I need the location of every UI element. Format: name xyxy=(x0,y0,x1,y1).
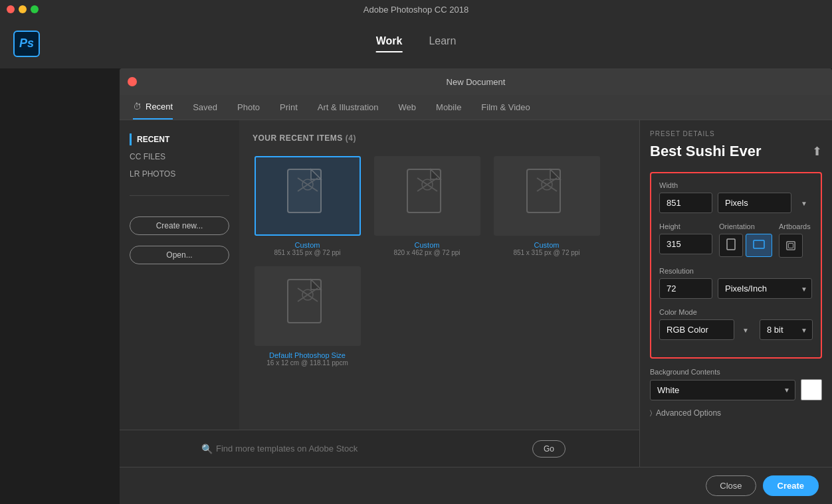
height-section: Height xyxy=(659,222,712,258)
top-nav: Ps Work Learn xyxy=(0,19,832,68)
ps-logo: Ps xyxy=(13,31,40,57)
minimize-traffic-light[interactable] xyxy=(19,5,27,13)
recent-count: (4) xyxy=(346,133,356,143)
bit-depth-select[interactable]: 8 bit 16 bit 32 bit xyxy=(760,319,813,340)
width-input[interactable] xyxy=(659,193,712,213)
artboards-section: Artboards xyxy=(779,222,811,258)
artboards-label: Artboards xyxy=(779,222,811,230)
artboard-toggle[interactable] xyxy=(779,234,803,258)
tab-mobile[interactable]: Mobile xyxy=(436,102,461,119)
sidebar-item-cc-files[interactable]: CC FILES xyxy=(130,151,229,163)
item-info-3: 851 x 315 px @ 72 ppi xyxy=(513,249,579,256)
color-mode-row: Bitmap Grayscale RGB Color CMYK Color La… xyxy=(659,319,813,340)
tab-saved[interactable]: Saved xyxy=(193,102,217,119)
modal-close-button[interactable] xyxy=(128,77,137,86)
recent-header: YOUR RECENT ITEMS (4) xyxy=(253,133,626,143)
orientation-section: Orientation xyxy=(719,222,772,258)
modal-main: RECENT CC FILES LR PHOTOS Create new... … xyxy=(120,120,832,467)
nav-tabs: Work Learn xyxy=(376,35,457,52)
resolution-label: Resolution xyxy=(659,267,813,275)
recent-area: YOUR RECENT ITEMS (4) xyxy=(239,120,639,430)
color-mode-select[interactable]: Bitmap Grayscale RGB Color CMYK Color La… xyxy=(659,319,734,340)
height-input[interactable] xyxy=(659,234,712,254)
app-title: Adobe Photoshop CC 2018 xyxy=(364,5,468,15)
create-new-button[interactable]: Create new... xyxy=(130,216,229,235)
sidebar-item-lr-photos[interactable]: LR PHOTOS xyxy=(130,168,229,180)
item-info-4: 16 x 12 cm @ 118.11 ppcm xyxy=(266,359,348,367)
advanced-options-label: Advanced Options xyxy=(656,408,721,418)
width-unit-select[interactable]: Pixels Inches Centimeters Millimeters xyxy=(718,193,791,213)
create-button[interactable]: Create xyxy=(763,475,819,496)
list-item[interactable]: Custom 851 x 315 px @ 72 ppi xyxy=(253,156,362,256)
preset-name-row: Best Sushi Ever ⬆ xyxy=(650,143,822,160)
bit-depth-wrap: 8 bit 16 bit 32 bit ▼ xyxy=(760,319,813,340)
color-mode-wrap: Bitmap Grayscale RGB Color CMYK Color La… xyxy=(659,319,754,340)
close-button[interactable]: Close xyxy=(706,475,756,496)
list-item[interactable]: Default Photoshop Size 16 x 12 cm @ 118.… xyxy=(253,266,362,367)
width-label: Width xyxy=(659,181,813,189)
bg-color-swatch[interactable] xyxy=(801,379,822,400)
modal-tabs: ⏱ Recent Saved Photo Print Art & Illustr… xyxy=(120,95,832,120)
item-thumb-2 xyxy=(374,156,480,236)
sidebar: RECENT CC FILES LR PHOTOS Create new... … xyxy=(120,120,239,430)
portrait-button[interactable] xyxy=(719,234,743,257)
close-traffic-light[interactable] xyxy=(7,5,15,13)
modal-footer: Close Create xyxy=(120,467,832,504)
left-panel: RECENT CC FILES LR PHOTOS Create new... … xyxy=(120,120,639,467)
search-input[interactable] xyxy=(193,438,526,459)
search-icon: 🔍 xyxy=(201,444,213,454)
color-mode-arrow: ▼ xyxy=(742,326,749,333)
tab-art-illustration[interactable]: Art & Illustration xyxy=(318,102,379,119)
search-input-wrap: 🔍 xyxy=(193,438,526,459)
resolution-unit-wrap: Pixels/Inch Pixels/Centimeter ▼ xyxy=(718,278,813,299)
bg-contents-label: Background Contents xyxy=(650,368,822,376)
tab-film-video[interactable]: Film & Video xyxy=(481,102,530,119)
maximize-traffic-light[interactable] xyxy=(31,5,39,13)
tab-photo[interactable]: Photo xyxy=(237,102,260,119)
item-thumb-3 xyxy=(494,156,600,236)
svg-rect-10 xyxy=(787,242,795,250)
clock-icon: ⏱ xyxy=(133,102,142,112)
tab-learn[interactable]: Learn xyxy=(429,35,456,52)
orientation-buttons xyxy=(719,234,772,257)
tab-work[interactable]: Work xyxy=(376,35,403,52)
tab-print[interactable]: Print xyxy=(280,102,298,119)
item-thumb-4 xyxy=(255,266,361,346)
go-button[interactable]: Go xyxy=(532,440,566,458)
modal-content: RECENT CC FILES LR PHOTOS Create new... … xyxy=(120,120,639,430)
modal-title: New Document xyxy=(447,77,506,87)
preset-section-label: PRESET DETAILS xyxy=(650,130,822,137)
color-mode-label: Color Mode xyxy=(659,308,813,316)
modal-header: New Document xyxy=(120,68,832,95)
landscape-button[interactable] xyxy=(746,234,772,257)
item-name-2: Custom xyxy=(415,241,440,249)
advanced-options[interactable]: 〉 Advanced Options xyxy=(650,408,822,418)
list-item[interactable]: Custom 820 x 462 px @ 72 ppi xyxy=(372,156,482,256)
sidebar-divider xyxy=(130,195,229,196)
sidebar-item-recent[interactable]: RECENT xyxy=(130,133,229,145)
preset-panel: PRESET DETAILS Best Sushi Ever ⬆ Width P… xyxy=(639,120,832,467)
width-row: Pixels Inches Centimeters Millimeters ▼ xyxy=(659,193,813,213)
search-bar: 🔍 Go xyxy=(120,430,639,467)
preset-name: Best Sushi Ever xyxy=(650,143,762,160)
title-bar: Adobe Photoshop CC 2018 xyxy=(0,0,832,19)
width-unit-wrap: Pixels Inches Centimeters Millimeters ▼ xyxy=(718,193,813,213)
resolution-row: Pixels/Inch Pixels/Centimeter ▼ xyxy=(659,278,813,299)
preset-details-bordered: Width Pixels Inches Centimeters Millimet… xyxy=(650,172,822,359)
item-info-2: 820 x 462 px @ 72 ppi xyxy=(393,249,460,256)
tab-web[interactable]: Web xyxy=(399,102,417,119)
bg-contents-row: White Black Background Color Transparent… xyxy=(650,379,822,400)
item-name-4: Default Photoshop Size xyxy=(269,351,346,359)
open-button[interactable]: Open... xyxy=(130,246,229,264)
bg-contents-select[interactable]: White Black Background Color Transparent… xyxy=(650,380,795,400)
list-item[interactable]: Custom 851 x 315 px @ 72 ppi xyxy=(492,156,601,256)
resolution-input[interactable] xyxy=(659,278,712,299)
new-document-modal: New Document ⏱ Recent Saved Photo Print … xyxy=(120,68,832,504)
items-grid: Custom 851 x 315 px @ 72 ppi xyxy=(253,156,626,367)
item-name-3: Custom xyxy=(534,241,560,249)
tab-recent[interactable]: ⏱ Recent xyxy=(133,102,173,120)
resolution-unit-select[interactable]: Pixels/Inch Pixels/Centimeter xyxy=(718,278,812,299)
item-name-1: Custom xyxy=(295,241,320,249)
save-preset-icon[interactable]: ⬆ xyxy=(812,144,822,159)
bg-select-wrap: White Black Background Color Transparent… xyxy=(650,380,795,400)
